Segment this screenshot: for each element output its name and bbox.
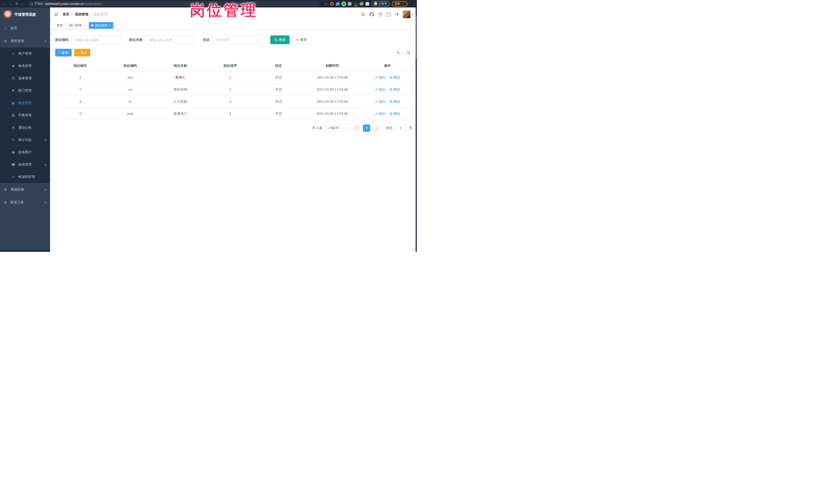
edit-link[interactable]: 修改 bbox=[375, 111, 386, 116]
page-number-1[interactable]: 1 bbox=[363, 125, 370, 132]
sidebar: 芋道管理系统 ⌂ 首页 ⚙ 系统管理 ∧ ☺ 用户管理 ☻ 角色管理 ☰ bbox=[0, 7, 50, 252]
sidebar-item-system[interactable]: ⚙ 系统管理 ∧ bbox=[0, 35, 50, 47]
delete-link[interactable]: 删除 bbox=[389, 111, 400, 116]
add-button[interactable]: + 新增 bbox=[55, 49, 72, 57]
tab-home[interactable]: 首页 bbox=[54, 22, 65, 29]
toggle-search-button[interactable] bbox=[395, 49, 402, 57]
extension-icon[interactable] bbox=[354, 2, 357, 6]
tab-departments[interactable]: 部门管理 × bbox=[67, 22, 88, 29]
search-button[interactable]: 搜索 bbox=[270, 36, 289, 44]
cell-post-code: user bbox=[105, 108, 155, 119]
cell-status: 开启 bbox=[256, 108, 302, 119]
sidebar-submenu-system: ☺ 用户管理 ☻ 角色管理 ☰ 菜单管理 ⚑ 部门管理 ▣ 岗位管理 ▤ 字典管… bbox=[0, 47, 50, 183]
caret-down-icon: ▾ bbox=[412, 13, 413, 16]
bottom-right-widget[interactable] bbox=[412, 247, 415, 251]
forward-icon[interactable]: → bbox=[9, 2, 13, 6]
post-code-label: 岗位编码 bbox=[55, 38, 68, 42]
error-code-icon: </> bbox=[11, 176, 15, 178]
status-select[interactable]: 岗位状态 ∨ bbox=[213, 36, 262, 44]
infra-icon: ⊞ bbox=[4, 188, 7, 192]
cell-post-name: 普通员工 bbox=[155, 108, 205, 119]
search-icon[interactable] bbox=[361, 12, 365, 17]
app-logo bbox=[4, 10, 12, 19]
sidebar-item-audit-log[interactable]: ✎ 审计日志 ∨ bbox=[0, 134, 50, 146]
scrollbar-thumb[interactable] bbox=[416, 15, 417, 59]
delete-link[interactable]: 删除 bbox=[389, 87, 400, 92]
puzzle-extensions-icon[interactable] bbox=[366, 2, 369, 6]
delete-link[interactable]: 删除 bbox=[389, 100, 400, 104]
help-icon[interactable]: ? bbox=[378, 12, 382, 17]
cell-post-id: 2 bbox=[55, 84, 105, 95]
export-button[interactable]: ↓ 导出 bbox=[74, 49, 90, 57]
tags-view-bar: 首页 部门管理 × 岗位管理 × bbox=[50, 21, 417, 30]
gear-icon: ⚙ bbox=[4, 39, 7, 43]
sidebar-item-online-users[interactable]: ◉ 在线用户 bbox=[0, 146, 50, 158]
site-security-chip[interactable]: ⚠ 不安全 bbox=[31, 2, 43, 6]
tab-posts-active[interactable]: 岗位管理 × bbox=[89, 22, 113, 29]
sidebar-item-departments[interactable]: ⚑ 部门管理 bbox=[0, 85, 50, 97]
chevron-down-icon: ∨ bbox=[44, 201, 47, 204]
reset-button[interactable]: ↻ 重置 bbox=[292, 36, 311, 44]
sidebar-item-devtools[interactable]: ⚒ 研发工具 ∨ bbox=[0, 196, 50, 209]
fullscreen-icon[interactable] bbox=[386, 12, 391, 17]
user-avatar-menu[interactable]: ▾ bbox=[403, 10, 413, 18]
pagination: 共 4 条 10条/页 ∨ ‹ 1 › 前往 页 bbox=[55, 125, 413, 132]
bookmark-star-icon[interactable]: ☆ bbox=[325, 2, 328, 6]
goto-page-input[interactable] bbox=[395, 125, 407, 132]
edit-link[interactable]: 修改 bbox=[375, 87, 386, 92]
dept-tree-icon: ⚑ bbox=[11, 89, 15, 92]
extension-icon[interactable] bbox=[342, 2, 346, 6]
sidebar-item-sms[interactable]: ☎ 短信管理 ∨ bbox=[0, 158, 50, 171]
close-icon[interactable]: × bbox=[109, 24, 111, 27]
cell-post-name: 人力资源 bbox=[155, 95, 205, 108]
security-label: 不安全 bbox=[35, 2, 43, 6]
address-bar[interactable]: ⚠ 不安全 dashboard.yudao.iocoder.cn/system/… bbox=[28, 1, 320, 7]
browser-menu-icon[interactable]: ⋮ bbox=[401, 2, 405, 6]
table-row: 1 ceo 董事长 1 开启 2021-01-05 17:03:48 修改 bbox=[55, 71, 413, 84]
refresh-button[interactable] bbox=[405, 49, 413, 57]
breadcrumb-system[interactable]: 系统管理 bbox=[75, 12, 88, 17]
menu-list-icon: ☰ bbox=[11, 76, 15, 80]
sidebar-item-users[interactable]: ☺ 用户管理 bbox=[0, 47, 50, 60]
url-text: dashboard.yudao.iocoder.cn/system/post bbox=[45, 2, 101, 6]
delete-link[interactable]: 删除 bbox=[389, 75, 400, 80]
page-scrollbar[interactable] bbox=[416, 7, 417, 252]
post-name-input[interactable] bbox=[146, 36, 194, 44]
app-logo-row[interactable]: 芋道管理系统 bbox=[0, 7, 50, 22]
close-icon[interactable]: × bbox=[83, 24, 85, 27]
post-code-input[interactable] bbox=[72, 36, 120, 44]
cell-actions: 修改 删除 bbox=[363, 71, 413, 84]
col-post-code: 岗位编码 bbox=[105, 60, 155, 71]
extension-icon[interactable] bbox=[348, 2, 351, 6]
sidebar-item-infrastructure[interactable]: ⊞ 基础设施 ∨ bbox=[0, 183, 50, 196]
github-icon[interactable] bbox=[369, 12, 374, 17]
prev-page-button[interactable]: ‹ bbox=[353, 125, 360, 132]
sidebar-item-error-codes[interactable]: </> 错误码管理 bbox=[0, 171, 50, 183]
cell-actions: 修改 删除 bbox=[363, 95, 413, 108]
extension-icon[interactable] bbox=[360, 2, 363, 6]
next-page-button[interactable]: › bbox=[373, 125, 380, 132]
cell-post-code: ceo bbox=[105, 71, 155, 84]
back-icon[interactable]: ← bbox=[3, 2, 6, 6]
sidebar-item-menus[interactable]: ☰ 菜单管理 bbox=[0, 72, 50, 85]
extension-icon[interactable] bbox=[330, 2, 334, 6]
profile-paused-pill[interactable]: 已暂停 bbox=[371, 1, 390, 6]
sidebar-item-roles[interactable]: ☻ 角色管理 bbox=[0, 60, 50, 72]
plus-icon: + bbox=[59, 51, 61, 54]
page-size-select[interactable]: 10条/页 ∨ bbox=[325, 125, 351, 132]
edit-link[interactable]: 修改 bbox=[375, 100, 386, 104]
sidebar-item-notices[interactable]: ✉ 通知公告 bbox=[0, 122, 50, 134]
hamburger-icon[interactable]: ☰ bbox=[54, 12, 58, 17]
font-size-icon[interactable]: TT bbox=[395, 12, 399, 17]
breadcrumb-home[interactable]: 首页 bbox=[63, 12, 69, 17]
reload-icon[interactable]: ↻ bbox=[16, 2, 19, 6]
browser-home-icon[interactable]: ⌂ bbox=[21, 2, 24, 6]
extension-icon[interactable] bbox=[336, 2, 339, 6]
sidebar-item-home[interactable]: ⌂ 首页 bbox=[0, 22, 50, 35]
edit-link[interactable]: 修改 bbox=[375, 75, 386, 80]
chrome-update-button[interactable]: 更新 ⋮ bbox=[392, 1, 408, 7]
sidebar-item-dictionary[interactable]: ▤ 字典管理 bbox=[0, 109, 50, 122]
sidebar-item-posts[interactable]: ▣ 岗位管理 bbox=[0, 97, 50, 109]
navbar-tools: ? TT ▾ bbox=[361, 10, 413, 18]
post-name-label: 岗位名称 bbox=[129, 38, 142, 42]
